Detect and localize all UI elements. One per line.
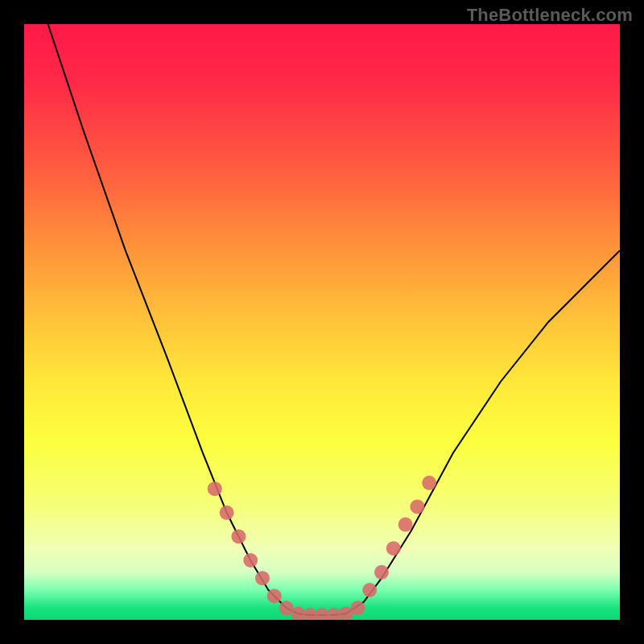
marker-dot bbox=[255, 571, 270, 585]
marker-dot bbox=[220, 506, 234, 520]
marker-dot bbox=[374, 565, 389, 580]
marker-dot bbox=[208, 481, 222, 496]
marker-dot bbox=[243, 553, 258, 568]
marker-dot bbox=[362, 583, 377, 597]
marker-dots-group bbox=[208, 476, 436, 620]
watermark-text: TheBottleneck.com bbox=[467, 5, 633, 26]
marker-dot bbox=[410, 499, 424, 514]
marker-dot bbox=[422, 476, 436, 490]
marker-dot bbox=[386, 541, 401, 555]
bottleneck-curve bbox=[48, 24, 620, 615]
curve-layer bbox=[24, 24, 620, 620]
plot-area bbox=[24, 24, 620, 620]
marker-dot bbox=[231, 529, 246, 543]
marker-dot bbox=[350, 601, 365, 615]
chart-frame: TheBottleneck.com bbox=[0, 0, 644, 644]
marker-dot bbox=[398, 518, 413, 532]
marker-dot bbox=[267, 588, 282, 603]
